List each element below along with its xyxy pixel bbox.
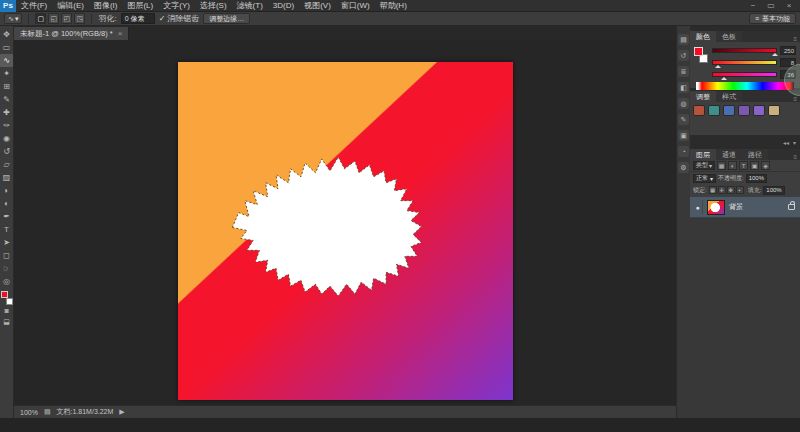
menu-item[interactable]: 图层(L): [122, 0, 158, 12]
adjustment-icon[interactable]: [693, 105, 705, 116]
tool-button[interactable]: ◗: [0, 184, 13, 197]
menu-item[interactable]: 帮助(H): [375, 0, 412, 12]
quick-mask-button[interactable]: ◙: [0, 305, 13, 316]
dock-panel-icon[interactable]: ◧: [678, 82, 689, 93]
feather-input[interactable]: 0 像素: [121, 13, 155, 24]
tool-button[interactable]: ▱: [0, 158, 13, 171]
tab-color[interactable]: 颜色: [690, 31, 716, 42]
tool-button[interactable]: ✒: [0, 210, 13, 223]
background-color-swatch[interactable]: [6, 298, 13, 305]
tool-button[interactable]: ◐: [0, 197, 13, 210]
slider-handle[interactable]: [721, 77, 727, 80]
menu-item[interactable]: 3D(D): [268, 0, 299, 12]
canvas-pasteboard[interactable]: [14, 40, 676, 405]
tab-close-icon[interactable]: ×: [118, 29, 123, 38]
panel-menu-icon[interactable]: ≡: [793, 96, 797, 102]
tab-styles[interactable]: 样式: [716, 91, 742, 102]
lock-option-icon[interactable]: ✥: [727, 186, 735, 194]
layer-filter-icon[interactable]: ◐: [728, 161, 737, 170]
dock-panel-icon[interactable]: ▣: [678, 130, 689, 141]
layer-filter-icon[interactable]: ◈: [761, 161, 770, 170]
lock-option-icon[interactable]: ▦: [709, 186, 717, 194]
tool-button[interactable]: T: [0, 223, 13, 236]
dock-panel-icon[interactable]: ◔: [678, 146, 689, 157]
red-value[interactable]: 250: [780, 46, 796, 55]
menu-item[interactable]: 窗口(W): [336, 0, 375, 12]
dock-panel-icon[interactable]: ⚙: [678, 162, 689, 173]
antialias-checkbox[interactable]: ✓ 消除锯齿: [159, 13, 200, 24]
selection-mode-button[interactable]: ◳: [74, 13, 85, 24]
zoom-level[interactable]: 100%: [20, 409, 38, 416]
tool-button[interactable]: ✎: [0, 93, 13, 106]
minimize-icon[interactable]: −: [748, 1, 758, 10]
tool-button[interactable]: ▨: [0, 171, 13, 184]
layer-row-background[interactable]: ● 背景: [690, 196, 800, 218]
adjustment-icon[interactable]: [723, 105, 735, 116]
fill-input[interactable]: 100%: [763, 186, 784, 195]
tool-button[interactable]: ➤: [0, 236, 13, 249]
tool-button[interactable]: ✑: [0, 119, 13, 132]
menu-item[interactable]: 文字(Y): [158, 0, 195, 12]
foreground-color-swatch[interactable]: [1, 291, 8, 298]
dock-panel-icon[interactable]: ✎: [678, 114, 689, 125]
color-spectrum-ramp[interactable]: [696, 82, 794, 90]
tool-button[interactable]: ↺: [0, 145, 13, 158]
foreground-background-swatches[interactable]: [1, 291, 13, 305]
document-canvas[interactable]: [178, 62, 513, 400]
selection-mode-button[interactable]: ◰: [61, 13, 72, 24]
refine-edge-button[interactable]: 调整边缘…: [203, 13, 250, 24]
blue-value[interactable]: 36: [780, 70, 796, 79]
dock-panel-icon[interactable]: ◍: [678, 98, 689, 109]
tool-button[interactable]: ∿: [0, 54, 13, 67]
slider-handle[interactable]: [715, 65, 721, 68]
adjustment-icon[interactable]: [753, 105, 765, 116]
close-icon[interactable]: ×: [784, 1, 794, 10]
layer-filter-icon[interactable]: ▣: [750, 161, 759, 170]
layer-visibility-eye-icon[interactable]: ●: [693, 200, 703, 214]
lock-option-icon[interactable]: ▪: [736, 186, 744, 194]
red-slider[interactable]: [712, 48, 777, 53]
workspace-switcher-button[interactable]: ≡ 基本功能: [749, 13, 796, 24]
menu-item[interactable]: 视图(V): [299, 0, 336, 12]
screen-mode-button[interactable]: ⬓: [0, 316, 13, 327]
menu-item[interactable]: 滤镜(T): [232, 0, 268, 12]
selection-mode-button[interactable]: ▢: [35, 13, 46, 24]
layer-filter-icon[interactable]: ▦: [717, 161, 726, 170]
document-tab[interactable]: 未标题-1 @ 100%(RGB/8) * ×: [14, 27, 129, 40]
dock-panel-icon[interactable]: ↺: [678, 50, 689, 61]
tool-button[interactable]: ✚: [0, 106, 13, 119]
tool-button[interactable]: ☞: [0, 262, 13, 275]
green-slider[interactable]: [712, 60, 777, 65]
tab-channels[interactable]: 通道: [716, 149, 742, 160]
blue-slider[interactable]: [712, 72, 777, 77]
layer-thumbnail[interactable]: [707, 200, 725, 215]
menu-item[interactable]: 文件(F): [16, 0, 52, 12]
tool-button[interactable]: ✦: [0, 67, 13, 80]
slider-handle[interactable]: [772, 53, 778, 56]
adjustment-icon[interactable]: [768, 105, 780, 116]
tool-button[interactable]: ⊞: [0, 80, 13, 93]
lock-option-icon[interactable]: ✛: [718, 186, 726, 194]
adjustment-icon[interactable]: [708, 105, 720, 116]
tab-adjustments[interactable]: 调整: [690, 91, 716, 102]
layer-filter-kind[interactable]: 类型 ▾: [693, 161, 715, 170]
tool-preset-picker[interactable]: ∿ ▾: [4, 13, 22, 24]
tool-button[interactable]: ◻: [0, 249, 13, 262]
opacity-input[interactable]: 100%: [746, 174, 767, 183]
tab-paths[interactable]: 路径: [742, 149, 768, 160]
layer-filter-icon[interactable]: T: [739, 161, 748, 170]
menu-item[interactable]: 编辑(E): [52, 0, 89, 12]
menu-item[interactable]: 图像(I): [89, 0, 123, 12]
tool-button[interactable]: ◎: [0, 275, 13, 288]
green-value[interactable]: 8: [780, 58, 796, 67]
adjustment-icon[interactable]: [738, 105, 750, 116]
chevron-down-icon[interactable]: ▾: [793, 139, 796, 146]
selection-mode-button[interactable]: ◱: [48, 13, 59, 24]
dock-panel-icon[interactable]: ≣: [678, 66, 689, 77]
restore-icon[interactable]: ▭: [766, 1, 776, 10]
blend-mode-select[interactable]: 正常 ▾: [693, 174, 716, 183]
collapse-icon[interactable]: ◂◂: [783, 139, 789, 146]
tool-button[interactable]: ▭: [0, 41, 13, 54]
status-caret-icon[interactable]: ▶: [119, 408, 124, 416]
color-panel-swatches[interactable]: [694, 47, 708, 63]
